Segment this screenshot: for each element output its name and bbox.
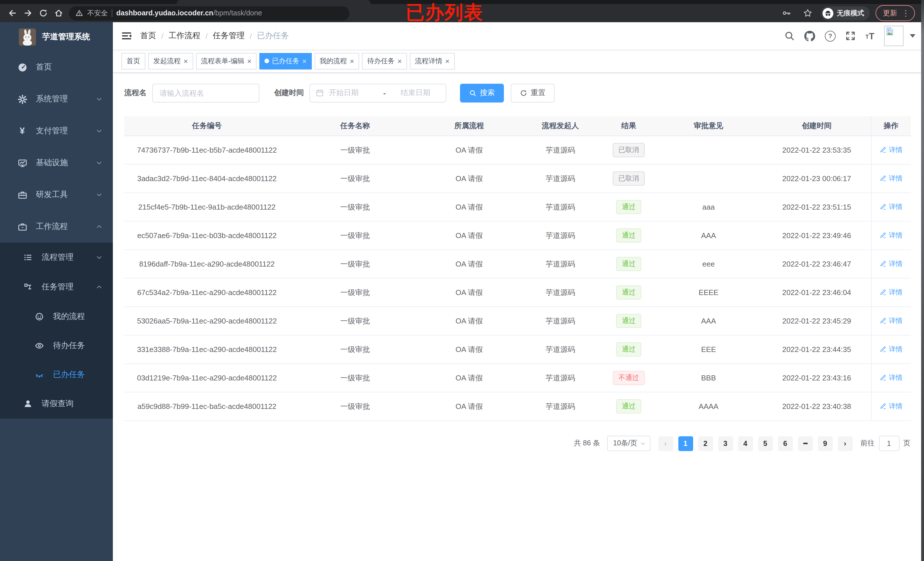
sidebar-item-done-tasks[interactable]: 已办任务 (0, 360, 113, 389)
help-icon[interactable]: ? (825, 30, 836, 41)
security-warning-icon[interactable] (75, 9, 83, 17)
tab-home[interactable]: 首页 (122, 53, 146, 69)
page-button-6[interactable]: 6 (778, 436, 793, 451)
range-separator: - (383, 88, 386, 97)
tab-process-detail[interactable]: 流程详情× (410, 53, 454, 69)
update-button[interactable]: 更新 ⋮ (876, 5, 915, 21)
close-icon[interactable]: × (302, 57, 306, 64)
page-size-select[interactable]: 10条/页 (607, 436, 650, 451)
page-button-2[interactable]: 2 (698, 436, 713, 451)
search-button-label: 搜索 (480, 88, 495, 98)
detail-link[interactable]: 详情 (880, 145, 903, 155)
cell-created: 2022-01-22 23:46:04 (763, 278, 871, 307)
sidebar-item-home[interactable]: 首页 (0, 51, 113, 83)
close-icon[interactable]: × (183, 57, 188, 64)
sidebar-item-system[interactable]: 系统管理 (0, 83, 113, 115)
page-button-5[interactable]: 5 (758, 436, 772, 451)
detail-label: 详情 (889, 145, 903, 155)
cell-task-id: 331e3388-7b9a-11ec-a290-acde48001122 (124, 335, 290, 364)
close-icon[interactable]: × (445, 57, 450, 64)
detail-link[interactable]: 详情 (880, 344, 903, 354)
detail-link[interactable]: 详情 (880, 231, 903, 240)
sidebar-item-payment[interactable]: ¥ 支付管理 (0, 115, 113, 147)
fullscreen-icon[interactable] (845, 31, 856, 41)
reload-button[interactable] (35, 5, 51, 21)
sidebar-item-task-management[interactable]: 任务管理 (0, 272, 113, 302)
breadcrumb-task-management[interactable]: 任务管理 (213, 31, 245, 41)
breadcrumb-home[interactable]: 首页 (140, 31, 156, 41)
font-small-glyph: T (865, 33, 869, 40)
table-row: 3adac3d2-7b9d-11ec-8404-acde48001122 一级审… (124, 164, 911, 193)
detail-link[interactable]: 详情 (880, 373, 903, 383)
page-button-3[interactable]: 3 (718, 436, 733, 451)
sidebar-collapse-icon[interactable] (122, 31, 132, 41)
bookmark-star-icon[interactable] (800, 5, 815, 21)
incognito-badge[interactable]: 无痕模式 (821, 6, 870, 20)
detail-link[interactable]: 详情 (880, 202, 903, 212)
back-button[interactable] (4, 5, 20, 21)
page-button-9[interactable]: 9 (818, 436, 832, 451)
next-page-button[interactable]: › (838, 436, 852, 451)
close-icon[interactable]: × (398, 57, 402, 64)
sidebar-item-infrastructure[interactable]: 基础设施 (0, 147, 113, 179)
avatar[interactable] (884, 25, 903, 46)
sidebar-item-todo-tasks[interactable]: 待办任务 (0, 331, 113, 360)
breadcrumb: 首页 / 工作流程 / 任务管理 / 已办任务 (140, 31, 289, 41)
detail-link[interactable]: 详情 (880, 287, 903, 297)
cell-task-id: 74736737-7b9b-11ec-b5b7-acde48001122 (124, 136, 290, 164)
browser-menu-icon[interactable]: ⋮ (902, 9, 910, 18)
process-name-input[interactable] (152, 84, 260, 102)
active-browser-tab[interactable] (177, 0, 370, 4)
detail-label: 详情 (889, 174, 903, 183)
table-row: 215cf4e5-7b9b-11ec-9a1b-acde48001122 一级审… (124, 193, 911, 221)
github-icon[interactable] (804, 30, 815, 41)
cell-task-name: 一级审批 (290, 392, 421, 420)
detail-link[interactable]: 详情 (880, 401, 903, 411)
forward-button[interactable] (20, 5, 35, 21)
reset-button[interactable]: 重置 (511, 84, 555, 102)
table-row: 331e3388-7b9a-11ec-a290-acde48001122 一级审… (124, 335, 911, 364)
sidebar-item-label: 流程管理 (42, 252, 96, 263)
font-size-icon[interactable]: TT (865, 31, 874, 40)
help-glyph: ? (828, 33, 832, 39)
tab-my-process[interactable]: 我的流程× (315, 53, 359, 69)
address-bar[interactable]: 不安全 dashboard.yudao.iocoder.cn/bpm/task/… (69, 6, 350, 20)
tab-done-tasks[interactable]: 已办任务× (260, 53, 312, 69)
page-button-4[interactable]: 4 (738, 436, 753, 451)
detail-link[interactable]: 详情 (880, 259, 903, 269)
sidebar-item-process-management[interactable]: 流程管理 (0, 242, 113, 272)
password-key-icon[interactable] (778, 5, 794, 21)
avatar-caret-icon[interactable] (910, 34, 915, 37)
tab-process-form-edit[interactable]: 流程表单-编辑× (196, 53, 256, 69)
sidebar-item-workflow[interactable]: 工作流程 (0, 211, 113, 242)
list-icon (23, 253, 33, 262)
prev-page-button[interactable]: ‹ (658, 436, 673, 451)
cell-task-name: 一级审批 (290, 335, 421, 364)
date-range-input[interactable]: 开始日期 - 结束日期 (309, 84, 446, 102)
search-button[interactable]: 搜索 (460, 84, 504, 102)
url-text[interactable]: dashboard.yudao.iocoder.cn/bpm/task/done (116, 9, 262, 17)
page-ellipsis[interactable]: ••• (798, 436, 813, 451)
security-label[interactable]: 不安全 (87, 8, 108, 18)
page-button-1[interactable]: 1 (678, 436, 693, 451)
eye-icon (34, 341, 45, 350)
sidebar-item-leave-query[interactable]: 请假查询 (0, 389, 113, 419)
breadcrumb-workflow[interactable]: 工作流程 (168, 31, 200, 41)
tab-todo-tasks[interactable]: 待办任务× (362, 53, 407, 69)
cell-comment (654, 136, 763, 164)
cell-task-id: a59c9d88-7b99-11ec-ba5c-acde48001122 (124, 392, 290, 420)
goto-page-input[interactable] (879, 436, 899, 451)
search-icon[interactable] (784, 31, 795, 41)
tab-start-process[interactable]: 发起流程× (148, 53, 193, 69)
close-icon[interactable]: × (247, 57, 251, 64)
app-logo[interactable]: 芋道管理系统 (0, 22, 113, 51)
detail-link[interactable]: 详情 (880, 316, 903, 326)
status-badge: 已取消 (613, 171, 645, 186)
close-icon[interactable]: × (350, 57, 354, 64)
sidebar-item-dev-tools[interactable]: 研发工具 (0, 179, 113, 211)
sidebar-item-my-process[interactable]: 我的流程 (0, 302, 113, 331)
detail-label: 详情 (889, 231, 903, 240)
cell-starter: 芋道源码 (518, 221, 603, 250)
home-button[interactable] (51, 5, 66, 21)
detail-link[interactable]: 详情 (880, 174, 903, 183)
